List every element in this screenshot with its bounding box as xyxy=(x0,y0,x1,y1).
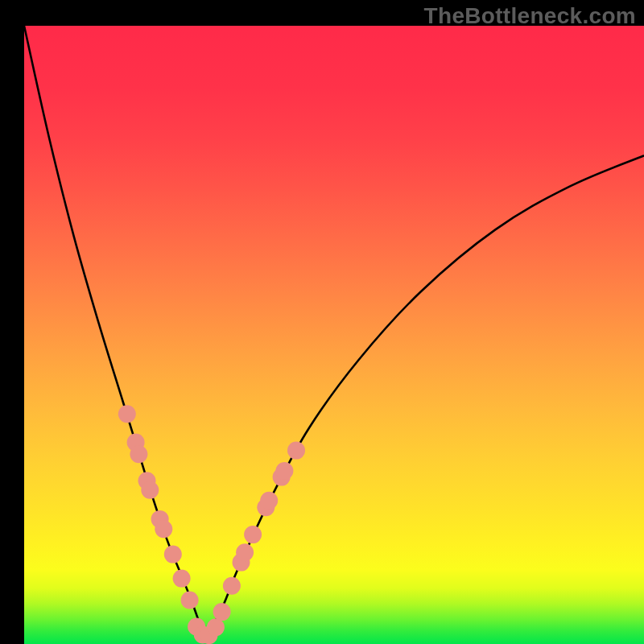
curve-svg xyxy=(24,26,644,644)
data-dot xyxy=(223,577,241,595)
data-dot xyxy=(173,570,191,588)
data-dot xyxy=(181,592,199,609)
data-dot xyxy=(164,546,182,564)
data-dot xyxy=(244,526,262,543)
data-dot xyxy=(275,462,293,480)
data-dot xyxy=(213,603,231,621)
data-dot xyxy=(118,405,136,423)
data-dot xyxy=(130,445,147,463)
watermark-text: TheBottleneck.com xyxy=(424,3,636,29)
data-dot xyxy=(207,618,225,636)
data-dot xyxy=(260,492,278,510)
bottleneck-curve xyxy=(24,26,644,639)
data-dot xyxy=(236,543,254,561)
outer-frame: TheBottleneck.com xyxy=(0,0,644,644)
dots-group xyxy=(118,405,305,644)
data-dot xyxy=(155,520,172,538)
plot-area xyxy=(24,26,644,644)
data-dot xyxy=(287,442,305,460)
data-dot xyxy=(141,481,159,499)
